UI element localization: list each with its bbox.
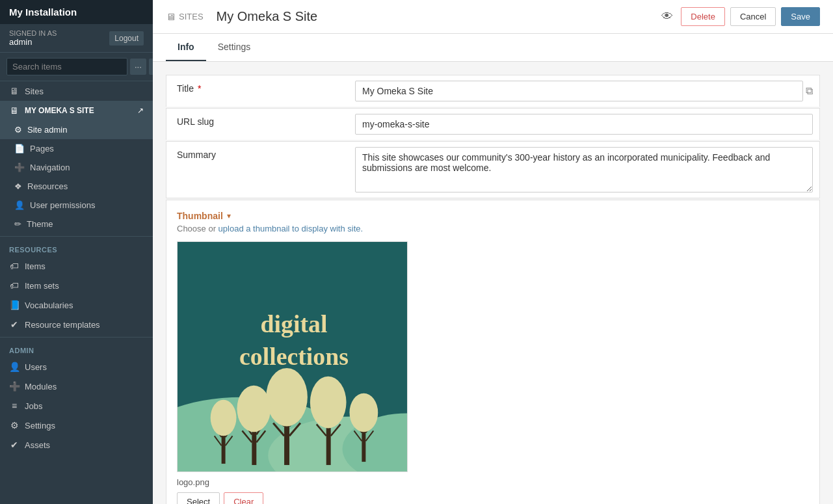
- summary-textarea[interactable]: This site showcases our community's 300-…: [355, 147, 813, 192]
- topbar-actions: 👁 Delete Cancel Save: [659, 7, 820, 26]
- sidebar-item-items[interactable]: 🏷 Items: [0, 256, 153, 276]
- signed-as-label: SIGNED IN AS: [9, 29, 57, 37]
- sidebar-user: SIGNED IN AS admin Logout: [0, 24, 153, 53]
- thumbnail-filename: logo.png: [177, 477, 809, 487]
- theme-icon: ✏: [14, 219, 21, 229]
- resources-label: Resources: [27, 181, 68, 191]
- sidebar-item-pages[interactable]: 📄 Pages: [0, 139, 153, 158]
- item-sets-icon: 🏷: [9, 280, 20, 291]
- cancel-button[interactable]: Cancel: [730, 7, 776, 26]
- pages-icon: 📄: [14, 144, 25, 153]
- clear-thumbnail-button[interactable]: Clear: [224, 492, 263, 504]
- sidebar-item-assets[interactable]: ✔ Assets: [0, 435, 153, 455]
- site-icon: 🖥: [9, 105, 20, 116]
- url-slug-row: URL slug: [166, 108, 820, 140]
- sites-breadcrumb-text: SITES: [179, 12, 204, 21]
- search-input[interactable]: [7, 58, 127, 75]
- resources-section-header: RESOURCES: [0, 239, 153, 256]
- form-content: Title * ⧉ URL slug Summary: [153, 62, 833, 504]
- thumbnail-upload-link[interactable]: upload a thumbnail to display with site.: [218, 224, 364, 233]
- settings-label: Settings: [25, 421, 55, 431]
- divider-resources: [0, 236, 153, 237]
- thumbnail-header: Thumbnail ▾: [177, 211, 809, 221]
- theme-label: Theme: [27, 219, 53, 229]
- users-icon: 👤: [9, 362, 20, 372]
- thumbnail-dropdown-arrow[interactable]: ▾: [227, 211, 231, 220]
- modules-label: Modules: [25, 382, 57, 391]
- sidebar-item-user-permissions[interactable]: 👤 User permissions: [0, 196, 153, 215]
- sidebar-item-resources[interactable]: ❖ Resources: [0, 177, 153, 196]
- svg-point-23: [310, 377, 347, 429]
- thumbnail-image: digital collections: [177, 241, 408, 472]
- sidebar-title: My Installation: [0, 0, 153, 24]
- svg-point-29: [350, 393, 378, 432]
- sidebar-sites-label: Sites: [25, 86, 44, 96]
- tabs: Info Settings: [153, 34, 833, 62]
- sidebar-item-users[interactable]: 👤 Users: [0, 357, 153, 377]
- thumbnail-description: Choose or upload a thumbnail to display …: [177, 224, 809, 233]
- sidebar-item-resource-templates[interactable]: ✔ Resource templates: [0, 315, 153, 334]
- users-label: Users: [25, 362, 47, 372]
- sidebar-item-sites[interactable]: 🖥 Sites: [0, 81, 153, 101]
- url-slug-field: [349, 109, 819, 140]
- title-row: Title * ⧉: [166, 75, 820, 107]
- resource-templates-label: Resource templates: [25, 320, 100, 330]
- topbar: 🖥 SITES My Omeka S Site 👁 Delete Cancel …: [153, 0, 833, 34]
- pages-label: Pages: [30, 144, 54, 153]
- title-label: Title *: [166, 75, 349, 101]
- title-input[interactable]: [355, 81, 803, 101]
- admin-section-header: ADMIN: [0, 340, 153, 357]
- sidebar-item-navigation[interactable]: ➕ Navigation: [0, 158, 153, 177]
- navigation-icon: ➕: [14, 163, 25, 172]
- jobs-label: Jobs: [25, 401, 42, 411]
- summary-label: Summary: [166, 142, 349, 168]
- select-thumbnail-button[interactable]: Select: [177, 492, 220, 504]
- sidebar-item-settings[interactable]: ⚙ Settings: [0, 416, 153, 435]
- sidebar-item-theme[interactable]: ✏ Theme: [0, 215, 153, 233]
- modules-icon: ➕: [9, 381, 20, 391]
- settings-icon: ⚙: [9, 420, 20, 431]
- items-icon: 🏷: [9, 261, 20, 271]
- vocabularies-icon: 📘: [9, 300, 20, 310]
- site-admin-label: Site admin: [27, 125, 67, 135]
- vocabularies-label: Vocabularies: [25, 300, 73, 310]
- user-permissions-icon: 👤: [14, 200, 25, 210]
- save-button[interactable]: Save: [781, 7, 820, 26]
- summary-row: Summary This site showcases our communit…: [166, 141, 820, 198]
- main-content: 🖥 SITES My Omeka S Site 👁 Delete Cancel …: [153, 0, 833, 504]
- search-options-button[interactable]: ···: [130, 59, 146, 75]
- sidebar-item-modules[interactable]: ➕ Modules: [0, 377, 153, 396]
- sidebar-item-item-sets[interactable]: 🏷 Item sets: [0, 276, 153, 295]
- sidebar-site-name-label: MY OMEKA S SITE: [25, 106, 94, 115]
- required-star: *: [198, 83, 201, 94]
- sidebar-item-jobs[interactable]: ≡ Jobs: [0, 396, 153, 416]
- tab-info[interactable]: Info: [166, 34, 206, 61]
- title-field: ⧉: [349, 75, 819, 107]
- user-permissions-label: User permissions: [30, 200, 95, 210]
- tab-settings[interactable]: Settings: [206, 34, 263, 61]
- sidebar-item-site-name[interactable]: 🖥 MY OMEKA S SITE ↗: [0, 101, 153, 120]
- preview-button[interactable]: 👁: [659, 7, 676, 26]
- items-label: Items: [25, 261, 46, 271]
- copy-title-button[interactable]: ⧉: [806, 85, 813, 97]
- divider-admin: [0, 337, 153, 338]
- sidebar-item-vocabularies[interactable]: 📘 Vocabularies: [0, 295, 153, 315]
- assets-icon: ✔: [9, 440, 20, 450]
- svg-point-35: [211, 400, 237, 436]
- sidebar-item-site-admin[interactable]: ⚙ Site admin: [0, 120, 153, 139]
- thumbnail-buttons: Select Clear: [177, 492, 809, 504]
- url-slug-label: URL slug: [166, 109, 349, 135]
- summary-field: This site showcases our community's 300-…: [349, 142, 819, 198]
- admin-name: admin: [9, 37, 57, 47]
- url-slug-input[interactable]: [355, 114, 813, 135]
- sites-breadcrumb[interactable]: 🖥 SITES: [166, 11, 204, 22]
- svg-text:collections: collections: [239, 343, 349, 370]
- site-admin-icon: ⚙: [14, 125, 22, 135]
- delete-button[interactable]: Delete: [681, 7, 725, 26]
- external-link-icon[interactable]: ↗: [137, 106, 144, 115]
- topbar-left: 🖥 SITES My Omeka S Site: [166, 9, 317, 24]
- resources-icon: ❖: [14, 181, 22, 191]
- search-area: ··· 🔍: [0, 53, 153, 81]
- item-sets-label: Item sets: [25, 281, 59, 291]
- logout-button[interactable]: Logout: [109, 31, 144, 46]
